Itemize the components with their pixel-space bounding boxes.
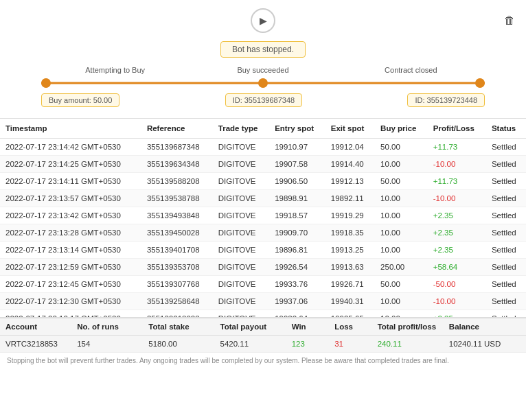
cell-exit-spot: 19913.25 — [325, 242, 375, 259]
trades-table-container[interactable]: Timestamp Reference Trade type Entry spo… — [0, 118, 526, 317]
bot-status-text: Bot has stopped. — [232, 45, 294, 54]
table-row: 2022-07-17 23:12:59 GMT+0530 35513935370… — [0, 259, 526, 276]
summary-account: VRTC3218853 — [5, 340, 77, 348]
summary-header: Account No. of runs Total stake Total pa… — [0, 318, 526, 336]
col-timestamp: Timestamp — [0, 119, 141, 139]
table-row: 2022-07-17 23:12:17 GMT+0530 35513921802… — [0, 310, 526, 318]
cell-entry-spot: 19910.97 — [269, 139, 325, 156]
cell-status: Settled — [486, 173, 526, 190]
cell-buy-price: 10.00 — [375, 190, 428, 207]
col-exit-spot: Exit spot — [325, 119, 375, 139]
cell-reference: 355139258648 — [141, 293, 213, 310]
table-header-row: Timestamp Reference Trade type Entry spo… — [0, 119, 526, 139]
summary-total-profit: 240.11 — [378, 340, 449, 348]
table-row: 2022-07-17 23:14:11 GMT+0530 35513958820… — [0, 173, 526, 190]
cell-trade-type: DIGITOVE — [213, 139, 269, 156]
summary-bar: Account No. of runs Total stake Total pa… — [0, 317, 526, 352]
table-row: 2022-07-17 23:14:25 GMT+0530 35513963434… — [0, 156, 526, 173]
cell-reference: 355139687348 — [141, 139, 213, 156]
table-row: 2022-07-17 23:13:28 GMT+0530 35513945002… — [0, 224, 526, 242]
progress-track — [41, 78, 485, 88]
cell-profit-loss: -10.00 — [428, 293, 486, 310]
cell-trade-type: DIGITOVE — [213, 190, 269, 207]
table-row: 2022-07-17 23:14:42 GMT+0530 35513968734… — [0, 139, 526, 156]
cell-timestamp: 2022-07-17 23:13:14 GMT+0530 — [0, 242, 141, 259]
cell-entry-spot: 19898.91 — [269, 190, 325, 207]
trades-table: Timestamp Reference Trade type Entry spo… — [0, 119, 526, 317]
progress-badge-2: ID: 355139687348 — [225, 93, 303, 107]
cell-exit-spot: 19912.13 — [325, 173, 375, 190]
cell-timestamp: 2022-07-17 23:14:42 GMT+0530 — [0, 139, 141, 156]
summary-balance: 10240.11 USD — [449, 340, 521, 348]
col-reference: Reference — [141, 119, 213, 139]
cell-exit-spot: 19940.31 — [325, 293, 375, 310]
bottom-note-text: Stopping the bot will prevent further tr… — [7, 357, 449, 364]
cell-profit-loss: +2.35 — [428, 310, 486, 318]
col-profit-loss: Profit/Loss — [428, 119, 486, 139]
cell-exit-spot: 19913.63 — [325, 259, 375, 276]
cell-reference: 355139218028 — [141, 310, 213, 318]
cell-entry-spot: 19918.57 — [269, 207, 325, 224]
play-icon: ▶ — [260, 15, 267, 26]
cell-buy-price: 50.00 — [375, 173, 428, 190]
cell-exit-spot: 19914.40 — [325, 156, 375, 173]
cell-exit-spot: 19912.04 — [325, 139, 375, 156]
cell-status: Settled — [486, 259, 526, 276]
cell-trade-type: DIGITOVE — [213, 276, 269, 293]
col-status: Status — [486, 119, 526, 139]
cell-entry-spot: 19926.54 — [269, 259, 325, 276]
summary-col-profit: Total profit/loss — [378, 323, 449, 331]
col-entry-spot: Entry spot — [269, 119, 325, 139]
table-row: 2022-07-17 23:13:14 GMT+0530 35513940170… — [0, 242, 526, 259]
cell-entry-spot: 19937.06 — [269, 293, 325, 310]
cell-profit-loss: -10.00 — [428, 156, 486, 173]
cell-entry-spot: 19906.50 — [269, 173, 325, 190]
cell-entry-spot: 19907.58 — [269, 156, 325, 173]
bottom-note: Stopping the bot will prevent further tr… — [0, 352, 526, 369]
progress-dot-2 — [258, 78, 268, 88]
cell-buy-price: 10.00 — [375, 156, 428, 173]
summary-data: VRTC3218853 154 5180.00 5420.11 123 31 2… — [0, 336, 526, 352]
col-trade-type: Trade type — [213, 119, 269, 139]
summary-col-loss: Loss — [334, 323, 378, 331]
cell-status: Settled — [486, 139, 526, 156]
summary-col-stake: Total stake — [148, 323, 220, 331]
cell-timestamp: 2022-07-17 23:13:42 GMT+0530 — [0, 207, 141, 224]
summary-col-balance: Balance — [449, 323, 521, 331]
progress-label-3: Contract closed — [337, 66, 485, 74]
cell-exit-spot: 19926.71 — [325, 276, 375, 293]
cell-buy-price: 10.00 — [375, 207, 428, 224]
cell-profit-loss: +11.73 — [428, 173, 486, 190]
cell-trade-type: DIGITOVE — [213, 207, 269, 224]
cell-reference: 355139307768 — [141, 276, 213, 293]
cell-trade-type: DIGITOVE — [213, 224, 269, 242]
cell-status: Settled — [486, 156, 526, 173]
cell-status: Settled — [486, 276, 526, 293]
cell-buy-price: 10.00 — [375, 224, 428, 242]
bot-status-container: Bot has stopped. — [0, 41, 526, 58]
cell-timestamp: 2022-07-17 23:12:59 GMT+0530 — [0, 259, 141, 276]
cell-buy-price: 10.00 — [375, 293, 428, 310]
cell-buy-price: 10.00 — [375, 310, 428, 318]
cell-status: Settled — [486, 190, 526, 207]
cell-buy-price: 10.00 — [375, 242, 428, 259]
cell-buy-price: 50.00 — [375, 139, 428, 156]
cell-reference: 355139493848 — [141, 207, 213, 224]
cell-profit-loss: -50.00 — [428, 276, 486, 293]
cell-trade-type: DIGITOVE — [213, 310, 269, 318]
table-header: Timestamp Reference Trade type Entry spo… — [0, 119, 526, 139]
progress-badges: Buy amount: 50.00 ID: 355139687348 ID: 3… — [41, 93, 485, 107]
cell-exit-spot: 19925.65 — [325, 310, 375, 318]
summary-payout: 5420.11 — [220, 340, 292, 348]
table-body: 2022-07-17 23:14:42 GMT+0530 35513968734… — [0, 139, 526, 318]
cell-buy-price: 250.00 — [375, 259, 428, 276]
top-bar: ▶ 🗑 — [0, 0, 526, 41]
summary-col-payout: Total payout — [220, 323, 292, 331]
cell-entry-spot: 19932.64 — [269, 310, 325, 318]
play-button[interactable]: ▶ — [251, 8, 275, 33]
cell-entry-spot: 19909.70 — [269, 224, 325, 242]
cell-status: Settled — [486, 310, 526, 318]
table-row: 2022-07-17 23:12:45 GMT+0530 35513930776… — [0, 276, 526, 293]
cell-profit-loss: +2.35 — [428, 242, 486, 259]
trash-button[interactable]: 🗑 — [504, 14, 515, 27]
